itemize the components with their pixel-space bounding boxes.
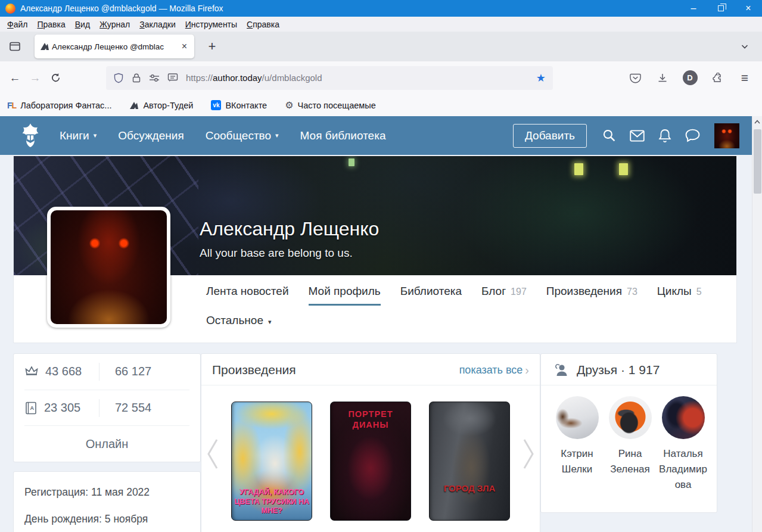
caret-down-icon: ▾	[94, 132, 97, 139]
friend-name[interactable]: Рина Зеленая	[604, 446, 657, 477]
chevron-up-icon	[754, 120, 760, 124]
profile-card: Александр Лещенко All your base are belo…	[13, 156, 737, 343]
forward-button[interactable]: →	[25, 68, 45, 88]
book-cover[interactable]: ГОРОД ЗЛА	[429, 402, 510, 521]
profile-avatar-frame[interactable]	[47, 207, 170, 328]
add-button[interactable]: Добавить	[513, 124, 587, 148]
show-all-link[interactable]: показать все›	[459, 363, 529, 377]
app-menu-button[interactable]: ≡	[735, 68, 755, 88]
scrollbar-up-button[interactable]	[752, 116, 762, 127]
permissions-icon[interactable]	[149, 73, 160, 83]
nav-link-books[interactable]: Книги▾	[60, 129, 97, 142]
firefox-view-button[interactable]	[5, 36, 25, 57]
url-host: author.today	[213, 73, 262, 83]
url-path: /u/dmblackgold	[262, 73, 322, 83]
restore-button[interactable]	[707, 0, 735, 17]
friend-item[interactable]: Кэтрин Шелки	[550, 396, 604, 488]
friend-avatar[interactable]	[609, 396, 652, 439]
carousel-prev-button[interactable]	[203, 424, 223, 484]
tab-series[interactable]: Циклы5	[657, 285, 702, 304]
scrollbar-thumb[interactable]	[754, 129, 761, 194]
book-icon: A	[24, 401, 38, 415]
center-column: Произведения показать все› УГАДАЙ, КАКОГ…	[201, 353, 540, 532]
tab-title: Александр Лещенко @dmblac	[52, 42, 178, 51]
menu-history[interactable]: Журнал	[95, 18, 135, 30]
bookmark-fantlab[interactable]: FL Лаборатория Фантас...	[7, 101, 111, 110]
bookmark-vkontakte[interactable]: vk ВКонтакте	[211, 100, 267, 110]
author-today-favicon	[40, 42, 49, 51]
menu-file[interactable]: Файл	[2, 18, 32, 30]
site-logo-icon	[15, 121, 45, 151]
menu-tools[interactable]: Инструменты	[181, 18, 242, 30]
online-status: Онлайн	[24, 425, 189, 462]
menu-bar: Файл Правка Вид Журнал Закладки Инструме…	[0, 17, 762, 32]
forward-icon: →	[30, 71, 41, 85]
tab-news-feed[interactable]: Лента новостей	[206, 285, 289, 304]
bookmark-label: Автор-Тудей	[143, 101, 193, 110]
tab-close-button[interactable]: ×	[180, 41, 189, 52]
bookmark-frequent[interactable]: ⚙ Часто посещаемые	[285, 99, 376, 111]
birthday-date: День рождения: 5 ноября	[24, 513, 189, 525]
site-nav-links: Книги▾ Обсуждения Сообщество▾ Моя библио…	[60, 129, 385, 142]
browser-tab[interactable]: Александр Лещенко @dmblac ×	[35, 35, 194, 58]
stats-card: 43 668 66 127 A	[13, 353, 201, 462]
chat-icon[interactable]	[685, 129, 700, 142]
search-icon[interactable]	[602, 129, 616, 142]
friend-avatar[interactable]	[556, 396, 599, 439]
back-button[interactable]: ←	[5, 68, 25, 88]
friend-name[interactable]: Наталья Владимирова	[657, 446, 710, 488]
mail-icon[interactable]	[630, 130, 645, 142]
carousel-next-button[interactable]	[518, 424, 539, 484]
tab-library[interactable]: Библиотека	[400, 285, 462, 304]
new-tab-button[interactable]: +	[203, 37, 222, 56]
vk-icon: vk	[211, 100, 221, 110]
page-scrollbar[interactable]	[752, 116, 762, 532]
close-icon: ×	[745, 3, 751, 14]
left-column: 43 668 66 127 A	[13, 353, 201, 532]
reload-icon	[51, 73, 61, 83]
nav-link-community[interactable]: Сообщество▾	[206, 129, 279, 142]
tab-more[interactable]: Остальное▾	[206, 314, 271, 333]
fantlab-icon: FL	[7, 101, 16, 110]
tracking-shield-icon[interactable]	[113, 73, 124, 83]
pocket-icon	[630, 73, 641, 83]
pocket-button[interactable]	[625, 68, 645, 88]
book-cover[interactable]: ПОРТРЕТ ДИАНЫ	[330, 402, 411, 521]
bookmark-star-button[interactable]: ★	[536, 71, 546, 85]
url-text[interactable]: https://author.today/u/dmblackgold	[186, 73, 322, 83]
window-titlebar: Александр Лещенко @dmblackgold — Mozilla…	[0, 0, 762, 17]
menu-view[interactable]: Вид	[70, 18, 95, 30]
tab-my-profile[interactable]: Мой профиль	[309, 285, 381, 306]
friend-name[interactable]: Кэтрин Шелки	[550, 446, 604, 477]
reload-button[interactable]	[45, 68, 66, 88]
tab-blog[interactable]: Блог197	[481, 285, 527, 304]
stat-likes: 66 127	[115, 365, 189, 378]
friend-item[interactable]: Наталья Владимирова	[657, 396, 710, 488]
menu-bookmarks[interactable]: Закладки	[135, 18, 181, 30]
info-card: Регистрация: 11 мая 2022 День рождения: …	[13, 471, 201, 532]
menu-help[interactable]: Справка	[242, 18, 284, 30]
bookmark-author-today[interactable]: Автор-Тудей	[129, 101, 193, 110]
close-button[interactable]: ×	[735, 0, 762, 17]
page-message-icon[interactable]	[167, 73, 178, 83]
book-title: ГОРОД ЗЛА	[430, 483, 509, 494]
site-navbar: Книги▾ Обсуждения Сообщество▾ Моя библио…	[0, 116, 762, 155]
nav-link-discussions[interactable]: Обсуждения	[118, 129, 183, 142]
bell-icon[interactable]	[658, 129, 671, 143]
downloads-button[interactable]	[652, 68, 673, 88]
window-title: Александр Лещенко @dmblackgold — Mozilla…	[20, 4, 680, 13]
friend-avatar[interactable]	[662, 396, 705, 439]
minimize-button[interactable]: –	[680, 0, 707, 17]
menu-edit[interactable]: Правка	[32, 18, 70, 30]
stats-row-1: 43 668 66 127	[24, 354, 189, 390]
lock-icon[interactable]	[132, 73, 141, 83]
url-bar[interactable]: https://author.today/u/dmblackgold ★	[106, 66, 553, 90]
friend-item[interactable]: Рина Зеленая	[604, 396, 657, 488]
extensions-button[interactable]	[707, 68, 727, 88]
account-button[interactable]: D	[680, 68, 700, 88]
user-avatar[interactable]	[714, 123, 739, 148]
tab-works[interactable]: Произведения73	[546, 285, 637, 304]
list-all-tabs-button[interactable]	[735, 36, 755, 57]
book-cover[interactable]: УГАДАЙ, КАКОГО ЦВЕТА ТРУСИКИ НА МНЕ?	[231, 402, 312, 521]
nav-link-library[interactable]: Моя библиотека	[300, 129, 386, 142]
